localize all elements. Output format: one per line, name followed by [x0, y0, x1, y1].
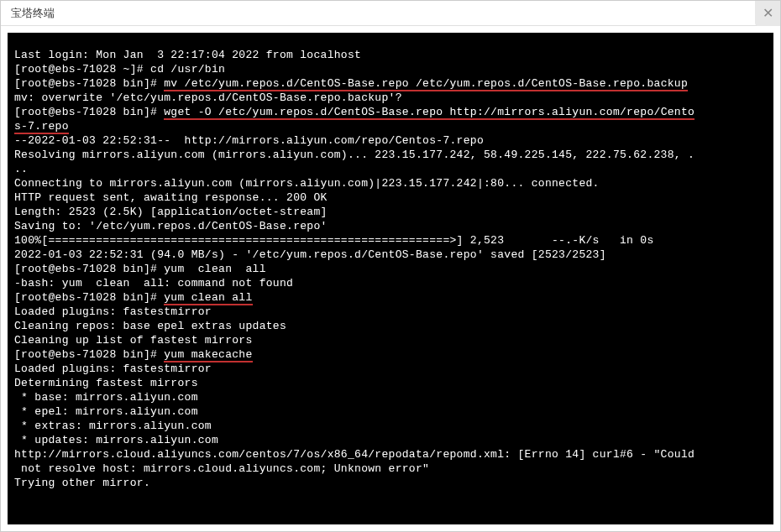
- terminal-line: s-7.repo: [14, 119, 767, 133]
- close-button[interactable]: ✕: [755, 1, 780, 26]
- terminal-line: [root@ebs-71028 ~]# cd /usr/bin: [14, 62, 767, 76]
- terminal-line: Determining fastest mirrors: [14, 376, 767, 390]
- prompt: [root@ebs-71028 bin]#: [14, 348, 164, 361]
- terminal-line: ..: [14, 162, 767, 176]
- prompt: [root@ebs-71028 bin]#: [14, 77, 164, 90]
- terminal-line: http://mirrors.cloud.aliyuncs.com/centos…: [14, 447, 767, 462]
- terminal-line: 100%[===================================…: [14, 233, 767, 248]
- terminal-window: 宝塔终端 ✕ Last login: Mon Jan 3 22:17:04 20…: [0, 0, 781, 532]
- prompt: [root@ebs-71028 bin]#: [14, 106, 164, 118]
- command-text: s-7.repo: [14, 120, 69, 134]
- terminal-line: * updates: mirrors.aliyun.com: [14, 433, 767, 447]
- close-icon: ✕: [763, 5, 773, 21]
- terminal-line: --2022-01-03 22:52:31-- http://mirrors.a…: [14, 133, 767, 148]
- terminal-line: Trying other mirror.: [14, 476, 767, 490]
- terminal-line: [root@ebs-71028 bin]# yum clean all: [14, 290, 767, 305]
- terminal-line: [root@ebs-71028 bin]# mv /etc/yum.repos.…: [14, 76, 767, 91]
- window-title: 宝塔终端: [11, 6, 55, 21]
- command-text: wget -O /etc/yum.repos.d/CentOS-Base.rep…: [164, 106, 695, 120]
- terminal-line: Saving to: '/etc/yum.repos.d/CentOS-Base…: [14, 219, 767, 233]
- terminal-output[interactable]: Last login: Mon Jan 3 22:17:04 2022 from…: [8, 33, 773, 524]
- terminal-line: Last login: Mon Jan 3 22:17:04 2022 from…: [14, 48, 767, 62]
- terminal-line: Loaded plugins: fastestmirror: [14, 305, 767, 319]
- prompt: [root@ebs-71028 bin]#: [14, 291, 164, 304]
- terminal-line: Connecting to mirrors.aliyun.com (mirror…: [14, 176, 767, 190]
- terminal-line: mv: overwrite '/etc/yum.repos.d/CentOS-B…: [14, 91, 767, 105]
- terminal-line: -bash: yum clean all: command not found: [14, 276, 767, 290]
- terminal-line: Length: 2523 (2.5K) [application/octet-s…: [14, 205, 767, 219]
- terminal-line: HTTP request sent, awaiting response... …: [14, 190, 767, 205]
- terminal-line: Cleaning repos: base epel extras updates: [14, 319, 767, 333]
- terminal-line: 2022-01-03 22:52:31 (94.0 MB/s) - '/etc/…: [14, 248, 767, 262]
- terminal-line: * extras: mirrors.aliyun.com: [14, 419, 767, 433]
- command-text: yum makecache: [164, 348, 252, 362]
- terminal-line: * epel: mirrors.aliyun.com: [14, 404, 767, 419]
- terminal-line: [root@ebs-71028 bin]# yum clean all: [14, 262, 767, 276]
- terminal-line: [root@ebs-71028 bin]# wget -O /etc/yum.r…: [14, 105, 767, 119]
- terminal-line: [root@ebs-71028 bin]# yum makecache: [14, 347, 767, 362]
- titlebar: 宝塔终端 ✕: [1, 1, 780, 26]
- terminal-line: not resolve host: mirrors.cloud.aliyuncs…: [14, 462, 767, 476]
- terminal-line: Cleaning up list of fastest mirrors: [14, 333, 767, 347]
- command-text: yum clean all: [164, 291, 252, 305]
- command-text: mv /etc/yum.repos.d/CentOS-Base.repo /et…: [164, 77, 688, 91]
- terminal-line: Resolving mirrors.aliyun.com (mirrors.al…: [14, 148, 767, 162]
- terminal-line: * base: mirrors.aliyun.com: [14, 390, 767, 404]
- terminal-line: Loaded plugins: fastestmirror: [14, 362, 767, 376]
